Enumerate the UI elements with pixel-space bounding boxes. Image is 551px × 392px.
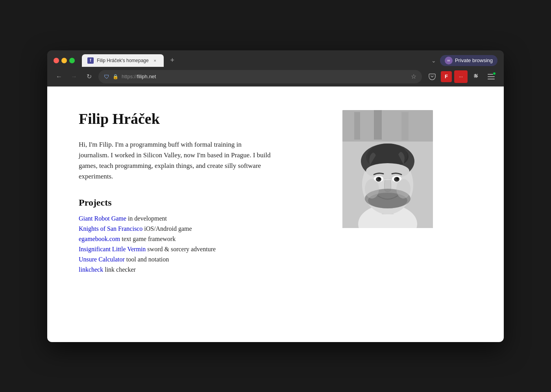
list-item: egamebook.com text game framework: [79, 236, 327, 243]
notification-dot: [493, 72, 496, 75]
svg-point-15: [366, 163, 409, 179]
extensions-button[interactable]: [470, 70, 483, 83]
svg-point-25: [396, 179, 410, 199]
title-bar: f Filip Hráček's homepage × + ⌄ ∞ Privat…: [47, 50, 504, 86]
pocket-button[interactable]: [426, 70, 438, 83]
svg-rect-5: [354, 112, 360, 140]
project-link[interactable]: Unsure Calculator: [79, 256, 125, 263]
pocket-icon: [428, 73, 436, 81]
svg-rect-2: [488, 79, 495, 79]
svg-rect-1: [488, 76, 495, 77]
url-domain: filiph.net: [137, 74, 156, 79]
web-content: Filip Hráček Hi, I'm Filip. I'm a progra…: [47, 86, 504, 342]
project-link[interactable]: Giant Robot Game: [79, 215, 126, 222]
profile-photo-svg: [342, 110, 433, 228]
list-item: Knights of San Francisco iOS/Android gam…: [79, 225, 327, 232]
list-item: Giant Robot Game in development: [79, 215, 327, 222]
private-browsing-icon: ∞: [445, 57, 453, 64]
tab-title: Filip Hráček's homepage: [97, 58, 149, 63]
svg-point-20: [378, 177, 381, 180]
url-display: https://filiph.net: [122, 74, 405, 79]
svg-rect-7: [401, 112, 409, 140]
project-link[interactable]: Knights of San Francisco: [79, 225, 142, 232]
private-browsing-badge: ∞ Private browsing: [440, 55, 497, 66]
url-protocol: https://: [122, 74, 137, 79]
maximize-window-button[interactable]: [69, 58, 75, 63]
svg-point-24: [365, 179, 379, 199]
project-link[interactable]: Insignificant Little Vermin: [79, 246, 146, 252]
menu-button[interactable]: [485, 70, 497, 83]
list-item: Insignificant Little Vermin sword & sorc…: [79, 246, 327, 253]
refresh-button[interactable]: ↻: [83, 71, 94, 82]
new-tab-button[interactable]: +: [167, 55, 178, 66]
tracking-protection-icon: 🛡: [104, 74, 109, 80]
list-item: linkcheck link checker: [79, 266, 327, 273]
close-window-button[interactable]: [54, 58, 59, 63]
svg-point-21: [396, 177, 399, 180]
page-text-content: Filip Hráček Hi, I'm Filip. I'm a progra…: [79, 110, 327, 274]
projects-list: Giant Robot Game in developmentKnights o…: [79, 215, 327, 273]
traffic-lights: [54, 58, 75, 63]
address-bar[interactable]: 🛡 🔒 https://filiph.net ☆: [98, 70, 422, 83]
firefox-sync-button[interactable]: F: [441, 71, 452, 82]
page-layout: Filip Hráček Hi, I'm Filip. I'm a progra…: [79, 110, 433, 274]
active-tab[interactable]: f Filip Hráček's homepage ×: [82, 54, 164, 67]
lock-icon: 🔒: [113, 74, 118, 79]
toolbar: ← → ↻ 🛡 🔒 https://filiph.net ☆: [47, 67, 504, 86]
bookmark-icon[interactable]: ☆: [411, 73, 416, 80]
browser-window: f Filip Hráček's homepage × + ⌄ ∞ Privat…: [47, 50, 504, 342]
toolbar-right: F ···: [426, 70, 497, 83]
profile-photo: [342, 110, 433, 228]
tab-favicon: f: [87, 57, 94, 64]
back-button[interactable]: ←: [54, 71, 65, 82]
project-link[interactable]: linkcheck: [79, 266, 103, 273]
page-title: Filip Hráček: [79, 110, 327, 127]
private-browsing-label: Private browsing: [455, 57, 493, 63]
tab-overflow-icon[interactable]: ⌄: [431, 57, 436, 64]
projects-heading: Projects: [79, 197, 327, 208]
tab-row: f Filip Hráček's homepage × + ⌄ ∞ Privat…: [47, 50, 504, 67]
page-bio: Hi, I'm Filip. I'm a programming buff wi…: [79, 139, 272, 182]
minimize-window-button[interactable]: [61, 58, 67, 63]
list-item: Unsure Calculator tool and notation: [79, 256, 327, 263]
forward-button[interactable]: →: [68, 71, 80, 82]
tab-close-button[interactable]: ×: [152, 57, 158, 64]
extensions-container-button[interactable]: ···: [454, 70, 468, 83]
tab-row-right: ⌄ ∞ Private browsing: [431, 55, 497, 66]
project-link[interactable]: egamebook.com: [79, 236, 120, 242]
svg-rect-6: [374, 110, 382, 140]
extensions-icon: [473, 73, 480, 80]
